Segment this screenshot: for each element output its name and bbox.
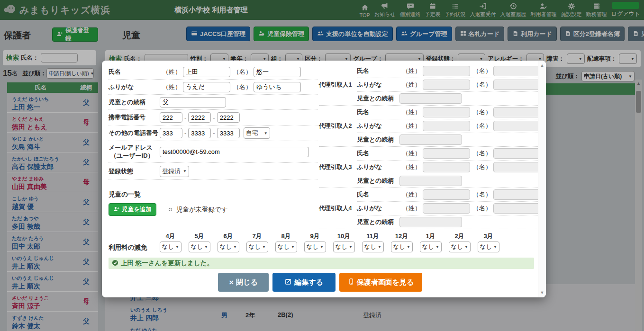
discount-select-oct[interactable]: なし▼ <box>333 242 355 252</box>
proxy-group-4: 代理引取人4 氏名（姓）（名） ふりがな（姓）（名） 児童との続柄 <box>319 188 538 229</box>
proxy4-name-sei-input[interactable] <box>423 189 470 200</box>
edit-pencil-icon <box>285 278 292 286</box>
smartphone-icon <box>348 278 354 286</box>
user-plus-icon <box>113 206 119 214</box>
scroll-up-icon[interactable]: ▲ <box>538 63 546 68</box>
chevron-down-icon: ▼ <box>493 245 497 249</box>
proxy-group-2: 代理引取人2 氏名（姓）（名） ふりがな（姓）（名） 児童との続柄 <box>319 106 538 147</box>
chevron-down-icon: ▼ <box>464 245 468 249</box>
kana-row: ふりがな （姓） （名） <box>109 80 318 95</box>
chevron-down-icon: ▼ <box>435 245 439 249</box>
chevron-down-icon: ▼ <box>204 245 208 249</box>
other-phone-row: その他の電話番号 - - 自宅 ▼ <box>109 125 318 141</box>
relation-input[interactable] <box>160 97 226 107</box>
proxy4-relation-input[interactable] <box>399 217 462 227</box>
chevron-down-icon: ▼ <box>264 131 268 135</box>
modal-scrollbar[interactable]: ▲ ▼ <box>538 61 546 297</box>
other-phone-1-input[interactable] <box>160 128 182 138</box>
discount-select-apr[interactable]: なし▼ <box>160 242 181 252</box>
discount-select-jun[interactable]: なし▼ <box>218 242 239 252</box>
chevron-down-icon: ▼ <box>262 245 266 249</box>
email-input[interactable] <box>160 147 309 157</box>
chevron-down-icon: ▼ <box>175 245 179 249</box>
proxy2-name-mei-input[interactable] <box>493 107 541 117</box>
discount-select-dec[interactable]: なし▼ <box>391 242 413 252</box>
edit-button[interactable]: 編集する <box>272 273 336 292</box>
scroll-down-icon[interactable]: ▼ <box>538 290 546 295</box>
chevron-down-icon: ▼ <box>183 169 187 173</box>
discount-select-jul[interactable]: なし▼ <box>246 242 268 252</box>
name-row: 氏名 （姓） （名） <box>109 64 318 80</box>
guardian-fields: 氏名 （姓） （名） ふりがな （姓） （名） 児童との続柄 携帯電話番号 - <box>109 64 318 216</box>
name-sei-input[interactable] <box>183 67 230 77</box>
proxy-group-3: 代理引取人3 氏名（姓）（名） ふりがな（姓）（名） 児童との続柄 <box>319 147 538 188</box>
page: みまもりキッズ横浜 横浜小学校 利用者管理 TOP お知らせ 個別連絡 予定表 <box>0 0 644 331</box>
discount-select-jan[interactable]: なし▼ <box>420 242 442 252</box>
proxy1-relation-input[interactable] <box>399 93 462 104</box>
proxy1-name-sei-input[interactable] <box>423 66 470 76</box>
close-icon: × <box>229 278 234 286</box>
discount-select-may[interactable]: なし▼ <box>189 242 210 252</box>
discount-select-aug[interactable]: なし▼ <box>275 242 297 252</box>
proxy2-kana-sei-input[interactable] <box>423 121 470 131</box>
chevron-down-icon: ▼ <box>407 245 410 249</box>
proxy2-kana-mei-input[interactable] <box>493 121 541 131</box>
status-row: 登録状態 登録済 ▼ <box>109 163 318 180</box>
proxy1-name-mei-input[interactable] <box>493 66 541 76</box>
chevron-down-icon: ▼ <box>349 245 353 249</box>
mobile-phone-row: 携帯電話番号 - - <box>109 110 318 125</box>
no-children-note: 児童が未登録です <box>169 206 228 214</box>
discount-select-feb[interactable]: なし▼ <box>449 242 471 252</box>
add-child-button[interactable]: 児童を追加 <box>109 203 156 216</box>
other-phone-3-input[interactable] <box>217 128 240 138</box>
proxy2-name-sei-input[interactable] <box>423 107 470 117</box>
kana-sei-input[interactable] <box>183 82 230 92</box>
proxy1-kana-sei-input[interactable] <box>423 80 470 90</box>
discount-select-sep[interactable]: なし▼ <box>304 242 326 252</box>
modal-actions: × 閉じる 編集する 保護者画面を見る <box>102 273 538 292</box>
chevron-down-icon: ▼ <box>378 245 381 249</box>
proxy-group-1: 代理引取人1 氏名（姓）（名） ふりがな（姓）（名） 児童との続柄 <box>319 64 538 106</box>
proxy4-kana-sei-input[interactable] <box>423 203 470 214</box>
kana-mei-input[interactable] <box>254 82 301 92</box>
proxy-pickup-section: 代理引取人1 氏名（姓）（名） ふりがな（姓）（名） 児童との続柄 代理引取人2… <box>319 64 538 229</box>
proxy3-kana-mei-input[interactable] <box>493 162 541 172</box>
proxy1-kana-mei-input[interactable] <box>493 80 541 90</box>
other-phone-2-input[interactable] <box>188 128 211 138</box>
chevron-down-icon: ▼ <box>233 245 237 249</box>
mobile-3-input[interactable] <box>217 112 240 123</box>
chevron-down-icon: ▼ <box>291 245 295 249</box>
relation-row: 児童との続柄 <box>109 95 318 110</box>
children-list-section: 児童の一覧 児童を追加 児童が未登録です <box>109 190 318 216</box>
proxy4-kana-mei-input[interactable] <box>493 203 541 214</box>
email-row: メールアドレス（ユーザーID） <box>109 141 318 163</box>
close-button[interactable]: × 閉じる <box>218 273 269 292</box>
proxy3-name-sei-input[interactable] <box>423 148 470 159</box>
proxy3-kana-sei-input[interactable] <box>423 162 470 172</box>
discount-select-mar[interactable]: なし▼ <box>478 242 499 252</box>
fee-discount-label: 利用料の減免 <box>109 243 147 252</box>
mobile-1-input[interactable] <box>160 112 182 123</box>
bullet-icon <box>169 208 172 211</box>
guardian-detail-modal: 氏名 （姓） （名） ふりがな （姓） （名） 児童との続柄 携帯電話番号 - <box>102 61 546 297</box>
phone-type-select[interactable]: 自宅 ▼ <box>244 127 270 139</box>
proxy3-relation-input[interactable] <box>399 176 462 186</box>
view-guardian-screen-button[interactable]: 保護者画面を見る <box>339 273 422 292</box>
chevron-down-icon: ▼ <box>320 245 324 249</box>
check-circle-icon <box>112 259 118 268</box>
registration-status-select[interactable]: 登録済 ▼ <box>160 166 189 177</box>
discount-select-nov[interactable]: なし▼ <box>362 242 384 252</box>
mobile-2-input[interactable] <box>188 112 211 123</box>
name-mei-input[interactable] <box>254 67 301 77</box>
proxy4-name-mei-input[interactable] <box>493 189 541 200</box>
proxy3-name-mei-input[interactable] <box>493 148 541 159</box>
update-success-message: 上田 悠一さんを更新しました。 <box>109 258 534 269</box>
proxy2-relation-input[interactable] <box>399 134 462 145</box>
